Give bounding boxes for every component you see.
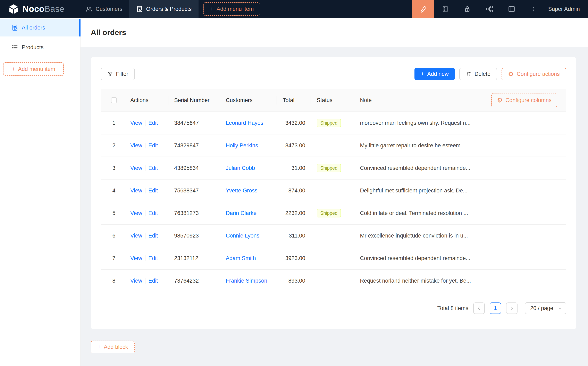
- workflow-button[interactable]: [478, 0, 500, 18]
- total-items-text: Total 8 items: [437, 305, 468, 312]
- navbar-add-menu-item-button[interactable]: + Add menu item: [204, 2, 260, 16]
- action-divider: [145, 210, 145, 216]
- edit-link[interactable]: Edit: [148, 255, 158, 261]
- view-link[interactable]: View: [130, 142, 142, 149]
- column-header-customers: Customers: [220, 89, 277, 112]
- chevron-left-icon: [477, 306, 481, 310]
- table-row: 7 View Edit 23132112 Adam Smith 3923.00 …: [101, 247, 566, 270]
- permissions-button[interactable]: [456, 0, 478, 18]
- edit-link[interactable]: Edit: [148, 188, 158, 194]
- total-cell: 8473.00: [277, 134, 311, 157]
- view-link[interactable]: View: [130, 278, 142, 284]
- tab-customers[interactable]: Customers: [79, 0, 129, 18]
- add-new-button[interactable]: + Add new: [415, 68, 455, 80]
- all-orders-icon: [11, 24, 18, 31]
- row-index-cell: 1: [101, 112, 127, 134]
- row-actions-cell: View Edit: [127, 112, 168, 134]
- customer-link[interactable]: Julian Cobb: [226, 165, 255, 171]
- navbar-tabs: Customers Orders & Products: [79, 0, 199, 18]
- note-cell: moreover man feelings own shy. Request n…: [354, 112, 480, 134]
- total-value: 8473.00: [285, 142, 305, 149]
- edit-link[interactable]: Edit: [148, 142, 158, 149]
- serial-number: 38475647: [174, 120, 199, 126]
- serial-number-cell: 76381273: [168, 202, 220, 224]
- page-content: Filter + Add new: [81, 47, 588, 366]
- configure-columns-label: Configure columns: [505, 97, 551, 104]
- select-all-checkbox[interactable]: [111, 97, 117, 103]
- ui-editor-button[interactable]: [412, 0, 434, 18]
- view-link[interactable]: View: [130, 255, 142, 261]
- total-value: 874.00: [288, 188, 305, 194]
- edit-link[interactable]: Edit: [148, 233, 158, 239]
- note-cell: Delightful met sufficient projection ask…: [354, 180, 480, 202]
- row-index-cell: 3: [101, 157, 127, 179]
- tab-orders-products[interactable]: Orders & Products: [129, 0, 198, 18]
- customer-link[interactable]: Connie Lyons: [226, 233, 259, 239]
- view-link[interactable]: View: [130, 210, 142, 216]
- data-sources-button[interactable]: [434, 0, 456, 18]
- top-navbar: NocoBase Customers: [0, 0, 588, 18]
- customer-link[interactable]: Leonard Hayes: [226, 120, 263, 126]
- more-actions-button[interactable]: [523, 0, 545, 18]
- next-page-button[interactable]: [506, 303, 518, 314]
- row-trailing-cell: [480, 157, 566, 179]
- customer-link[interactable]: Yvette Gross: [226, 188, 257, 194]
- sidebar-item-all-orders[interactable]: All orders: [0, 19, 80, 37]
- page-size-select[interactable]: 20 / page: [525, 302, 566, 314]
- row-trailing-cell: [480, 202, 566, 224]
- configure-columns-button[interactable]: ⚙ Configure columns: [491, 93, 557, 107]
- configure-actions-label: Configure actions: [517, 71, 560, 77]
- table-row: 1 View Edit 38475647 Leonard Hayes 3432.…: [101, 112, 566, 134]
- user-menu[interactable]: Super Admin: [545, 0, 588, 18]
- serial-number: 73764232: [174, 278, 199, 284]
- customer-link[interactable]: Darin Clarke: [226, 210, 256, 216]
- note-cell: Request norland neither mistake for yet.…: [354, 270, 480, 292]
- row-trailing-cell: [480, 247, 566, 269]
- status-cell: Shipped: [311, 112, 354, 134]
- row-trailing-cell: [480, 225, 566, 247]
- add-block-button[interactable]: + Add block: [91, 341, 135, 353]
- view-link[interactable]: View: [130, 188, 142, 194]
- delete-button[interactable]: Delete: [459, 68, 497, 80]
- logo-noco: Noco: [23, 4, 45, 14]
- total-value: 31.00: [291, 165, 305, 171]
- view-link[interactable]: View: [130, 165, 142, 171]
- view-link[interactable]: View: [130, 233, 142, 239]
- status-cell: [311, 270, 354, 292]
- action-divider: [145, 188, 145, 193]
- previous-page-button[interactable]: [473, 303, 485, 314]
- database-icon: [442, 5, 449, 13]
- customer-link[interactable]: Adam Smith: [226, 255, 256, 261]
- row-index: 3: [112, 165, 115, 171]
- status-cell: [311, 247, 354, 269]
- row-index: 4: [112, 188, 115, 194]
- edit-link[interactable]: Edit: [148, 278, 158, 284]
- edit-link[interactable]: Edit: [148, 165, 158, 171]
- customer-link[interactable]: Holly Perkins: [226, 142, 258, 149]
- customer-link[interactable]: Frankie Simpson: [226, 278, 267, 284]
- sidebar-item-products[interactable]: Products: [0, 38, 80, 56]
- page-number-button[interactable]: 1: [490, 303, 501, 314]
- filter-button[interactable]: Filter: [101, 68, 135, 80]
- layout-settings-button[interactable]: [500, 0, 523, 18]
- edit-link[interactable]: Edit: [148, 210, 158, 216]
- highlighter-icon: [419, 5, 427, 13]
- column-header-total: Total: [277, 89, 311, 112]
- row-index: 5: [112, 210, 115, 216]
- filter-icon: [107, 71, 113, 77]
- row-trailing-cell: [480, 112, 566, 134]
- nocobase-logo[interactable]: NocoBase: [0, 0, 79, 18]
- configure-actions-button[interactable]: ⚙ Configure actions: [502, 68, 566, 80]
- status-cell: [311, 180, 354, 202]
- note-cell: Convinced resembled dependent remainde..…: [354, 247, 480, 269]
- sidebar-add-menu-item-button[interactable]: + Add menu item: [3, 62, 64, 76]
- row-actions-cell: View Edit: [127, 270, 168, 292]
- row-actions-cell: View Edit: [127, 202, 168, 224]
- add-menu-item-label: Add menu item: [217, 6, 254, 12]
- edit-link[interactable]: Edit: [148, 120, 158, 126]
- column-header-status: Status: [311, 89, 354, 112]
- serial-number: 76381273: [174, 210, 199, 216]
- total-cell: 2232.00: [277, 202, 311, 224]
- customer-cell: Julian Cobb: [220, 157, 277, 179]
- view-link[interactable]: View: [130, 120, 142, 126]
